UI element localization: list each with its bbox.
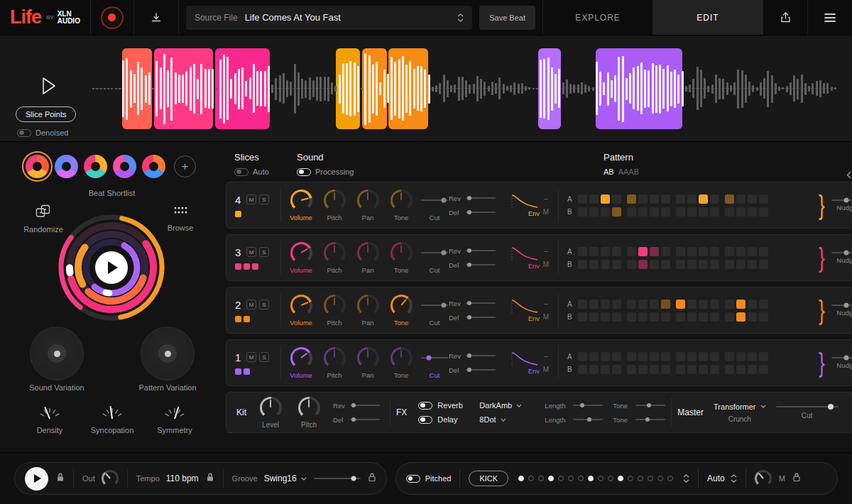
groove-lock-icon[interactable] [368, 472, 376, 485]
denoised-toggle-switch[interactable] [17, 129, 31, 137]
pattern-step[interactable] [725, 352, 734, 361]
tone-knob[interactable]: Tone [387, 347, 415, 379]
step-dot[interactable] [618, 476, 623, 481]
pattern-step[interactable] [759, 300, 768, 309]
pattern-step[interactable] [578, 365, 587, 374]
step-dot[interactable] [588, 476, 594, 481]
pattern-step[interactable] [699, 352, 708, 361]
beat-preset-3[interactable] [84, 155, 107, 178]
env-display[interactable]: Env [504, 194, 540, 217]
pattern-step[interactable] [748, 195, 757, 204]
env-display[interactable]: Env [504, 299, 540, 322]
cut-slider[interactable]: Cut [420, 347, 449, 379]
step-dot[interactable] [628, 476, 633, 481]
step-dot[interactable] [648, 476, 653, 481]
mute-button[interactable]: M [246, 300, 256, 309]
step-dot[interactable] [518, 476, 524, 481]
kit-rev-slider[interactable]: Rev [333, 402, 384, 410]
delay-tone-slider[interactable]: Tone [613, 416, 665, 424]
symmetry-gauge[interactable]: Symmetry [143, 403, 206, 434]
kit-level-knob[interactable]: Level [256, 397, 285, 429]
pattern-step[interactable] [612, 260, 621, 269]
pattern-step[interactable] [710, 312, 719, 322]
pattern-step[interactable] [710, 300, 719, 309]
pattern-step[interactable] [601, 352, 610, 361]
pattern-step[interactable] [759, 352, 768, 361]
solo-button[interactable]: S [259, 247, 269, 257]
pattern-step[interactable] [661, 247, 670, 256]
pattern-step[interactable] [589, 365, 599, 374]
density-gauge[interactable]: Density [18, 403, 81, 434]
pattern-mute-button[interactable]: M [543, 366, 549, 373]
pattern-mute-button[interactable]: M [543, 208, 549, 216]
solo-button[interactable]: S [259, 195, 269, 204]
pattern-step[interactable] [627, 260, 636, 269]
solo-button[interactable]: S [259, 352, 269, 362]
kick-button[interactable]: KICK [469, 471, 508, 486]
delay-select[interactable]: 8Dot [479, 415, 535, 424]
pattern-step[interactable] [699, 247, 708, 256]
pattern-step[interactable] [589, 300, 599, 309]
pattern-step[interactable] [687, 260, 697, 269]
pattern-step[interactable] [578, 352, 587, 361]
out-knob[interactable] [102, 470, 119, 487]
pan-knob[interactable]: Pan [354, 347, 382, 379]
output-knob[interactable] [755, 470, 772, 487]
pattern-mute-button[interactable]: M [543, 261, 549, 268]
pattern-step[interactable] [612, 352, 621, 361]
pattern-step[interactable] [725, 260, 734, 269]
pattern-step[interactable] [612, 247, 621, 256]
transport-lock-icon[interactable] [56, 472, 65, 485]
pattern-step[interactable] [676, 207, 685, 217]
step-dot[interactable] [598, 476, 604, 481]
pattern-step[interactable] [725, 365, 734, 374]
pattern-step[interactable] [736, 312, 746, 322]
pattern-step[interactable] [589, 247, 599, 256]
pattern-step[interactable] [661, 195, 670, 204]
syncopation-gauge[interactable]: Syncopation [81, 403, 143, 434]
pattern-step[interactable] [748, 207, 757, 217]
pattern-step[interactable] [627, 312, 636, 322]
pattern-step[interactable] [638, 247, 648, 256]
pattern-step[interactable] [627, 247, 636, 256]
pattern-step[interactable] [676, 247, 685, 256]
delay-length-slider[interactable]: Length [545, 416, 603, 424]
pattern-step[interactable] [699, 365, 708, 374]
pattern-step[interactable] [638, 207, 648, 217]
reverb-length-slider[interactable]: Length [545, 402, 603, 410]
kit-pitch-knob[interactable]: Pitch [295, 397, 323, 429]
pattern-step[interactable] [578, 260, 587, 269]
pattern-step[interactable] [736, 247, 746, 256]
tab-explore[interactable]: EXPLORE [543, 0, 653, 35]
pattern-step[interactable] [736, 352, 746, 361]
pattern-step[interactable] [661, 300, 670, 309]
pattern-step[interactable] [699, 312, 708, 322]
pattern-step[interactable] [589, 260, 599, 269]
pattern-step[interactable] [589, 352, 599, 361]
main-play-wheel[interactable] [55, 212, 168, 327]
pattern-variation-ab[interactable]: AB [604, 168, 614, 176]
pattern-step[interactable] [687, 247, 697, 256]
beat-preset-4[interactable] [113, 155, 136, 178]
pattern-step[interactable] [725, 312, 734, 322]
pattern-step[interactable] [687, 312, 697, 322]
volume-knob[interactable]: Volume [287, 347, 315, 379]
del-slider[interactable]: Del [449, 209, 504, 217]
step-dot[interactable] [578, 476, 584, 481]
pattern-step[interactable] [589, 195, 599, 204]
pattern-step[interactable] [650, 207, 659, 217]
volume-knob[interactable]: Volume [287, 242, 315, 274]
pattern-step[interactable] [589, 207, 599, 217]
pattern-step[interactable] [627, 365, 636, 374]
pattern-prev-chevron[interactable] [846, 169, 851, 182]
auto-spinner[interactable] [731, 474, 737, 483]
pattern-step[interactable] [612, 207, 621, 217]
pattern-step[interactable] [759, 365, 768, 374]
pattern-step[interactable] [725, 195, 734, 204]
groove-slider[interactable] [314, 478, 361, 479]
step-spinner[interactable] [683, 474, 689, 483]
pattern-step[interactable] [650, 260, 659, 269]
pattern-step[interactable] [627, 352, 636, 361]
pattern-step[interactable] [736, 365, 746, 374]
pattern-step[interactable] [676, 365, 685, 374]
